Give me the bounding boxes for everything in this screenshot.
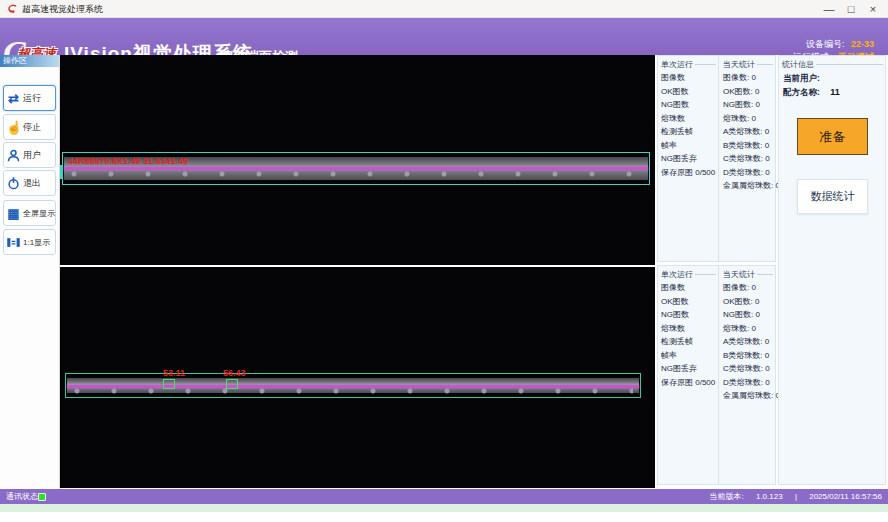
bottom-accent-strip	[0, 504, 888, 512]
stat-row: NG图数	[658, 308, 718, 322]
comm-status-label: 通讯状态:	[6, 489, 40, 504]
measurement-annotation: 44R88579.8X1.49 31.5341.49	[68, 156, 188, 166]
daily-stats-header: 当天统计	[720, 56, 775, 71]
stat-row: 熔珠数: 0	[720, 112, 775, 126]
minimize-button[interactable]: —	[818, 1, 840, 17]
stat-row: C类熔珠数: 0	[720, 362, 775, 376]
outer-camera-viewport: 44R88579.8X1.49 31.5341.49	[60, 55, 655, 265]
inner-camera-viewport: 53.11 56.43	[60, 267, 655, 488]
version-label: 当前版本:	[709, 492, 743, 501]
stat-row: B类熔珠数: 0	[720, 349, 775, 363]
stat-row: D类熔珠数: 0	[720, 376, 775, 390]
app-header: C 超高速 IVision视觉处理系统 熔珠端面检测 配方 设置 外侧相机 内侧…	[0, 18, 888, 55]
stat-row: 保存原图 0/500	[658, 376, 718, 390]
stat-row: OK图数: 0	[720, 85, 775, 99]
stat-row: OK图数	[658, 295, 718, 309]
stats-panel-inner: 单次运行 图像数OK图数NG图数熔珠数检测丢帧帧率NG图丢弃保存原图 0/500…	[657, 265, 776, 485]
maximize-button[interactable]: □	[840, 1, 862, 17]
stat-row: 检测丢帧	[658, 125, 718, 139]
ready-button[interactable]: 准备	[797, 118, 868, 155]
defect-box	[163, 379, 175, 389]
data-statistics-button[interactable]: 数据统计	[797, 179, 868, 214]
status-bar-right: 当前版本: 1.0.123 | 2025/02/11 16:57:56	[699, 489, 882, 504]
user-button[interactable]: 用户	[3, 142, 56, 168]
close-button[interactable]: ×	[862, 1, 884, 17]
run-button[interactable]: ⇄ 运行	[3, 85, 56, 111]
stat-row: NG图数	[658, 98, 718, 112]
info-panel: 统计信息 当前用户: 配方名称: 11 准备 数据统计	[778, 55, 886, 485]
os-titlebar: 超高速视觉处理系统 — □ ×	[0, 0, 888, 18]
app-icon	[7, 3, 18, 14]
stat-row: 熔珠数: 0	[720, 322, 775, 336]
single-run-column: 单次运行 图像数OK图数NG图数熔珠数检测丢帧帧率NG图丢弃保存原图 0/500	[658, 266, 719, 484]
recipe-name-label: 配方名称:	[783, 87, 820, 97]
measurement-annotation: 56.43	[223, 368, 246, 378]
stat-row: 保存原图 0/500	[658, 166, 718, 180]
run-icon: ⇄	[6, 92, 21, 105]
operation-sidebar: 操作区 ⇄ 运行 ☝ 停止 用户 退出 ▦ 全屏显示	[0, 55, 60, 489]
single-run-header: 单次运行	[658, 266, 718, 281]
stats-panel-outer: 单次运行 图像数OK图数NG图数熔珠数检测丢帧帧率NG图丢弃保存原图 0/500…	[657, 55, 776, 262]
stop-hand-icon: ☝	[6, 121, 21, 134]
daily-stats-header: 当天统计	[720, 266, 775, 281]
app-window: 超高速视觉处理系统 — □ × C 超高速 IVision视觉处理系统 熔珠端面…	[0, 0, 888, 522]
status-bar: 通讯状态: 当前版本: 1.0.123 | 2025/02/11 16:57:5…	[0, 489, 888, 504]
comm-status-indicator	[38, 493, 46, 501]
stat-row: NG图数: 0	[720, 308, 775, 322]
current-user-row: 当前用户:	[779, 71, 885, 85]
detection-roi-box	[65, 373, 641, 398]
info-panel-header: 统计信息	[779, 56, 885, 71]
stat-row: D类熔珠数: 0	[720, 166, 775, 180]
stat-row: 帧率	[658, 349, 718, 363]
stat-row: 熔珠数	[658, 112, 718, 126]
recipe-row: 配方名称: 11	[779, 85, 885, 99]
stat-row: OK图数	[658, 85, 718, 99]
daily-stats-column: 当天统计 图像数: 0OK图数: 0NG图数: 0熔珠数: 0A类熔珠数: 0B…	[720, 56, 775, 261]
stat-row: B类熔珠数: 0	[720, 139, 775, 153]
defect-box	[226, 379, 238, 389]
single-run-header: 单次运行	[658, 56, 718, 71]
current-user-label: 当前用户:	[783, 73, 820, 83]
power-icon	[6, 176, 21, 191]
bead-marks	[73, 387, 633, 395]
edge-marker	[60, 165, 63, 179]
stat-row: 图像数	[658, 71, 718, 85]
recipe-name-value: 11	[830, 87, 840, 97]
user-icon	[6, 148, 21, 163]
measurement-annotation: 53.11	[163, 368, 185, 378]
fullscreen-button[interactable]: ▦ 全屏显示	[3, 200, 56, 226]
version-value: 1.0.123	[756, 492, 783, 501]
stat-row: OK图数: 0	[720, 295, 775, 309]
stat-row: A类熔珠数: 0	[720, 335, 775, 349]
window-title: 超高速视觉处理系统	[22, 3, 103, 16]
stat-row: 检测丢帧	[658, 335, 718, 349]
fullscreen-grid-icon: ▦	[6, 207, 21, 220]
stat-row: C类熔珠数: 0	[720, 152, 775, 166]
stat-row: A类熔珠数: 0	[720, 125, 775, 139]
exit-button[interactable]: 退出	[3, 170, 56, 196]
sidebar-header: 操作区	[0, 55, 59, 67]
device-number-value: 22-33	[851, 39, 874, 49]
stat-row: NG图丢弃	[658, 152, 718, 166]
status-separator: |	[795, 492, 797, 501]
stat-row: 图像数: 0	[720, 281, 775, 295]
single-run-column: 单次运行 图像数OK图数NG图数熔珠数检测丢帧帧率NG图丢弃保存原图 0/500	[658, 56, 719, 261]
stat-row: 图像数	[658, 281, 718, 295]
stat-row: 金属屑熔珠数: 0	[720, 179, 775, 193]
bead-marks	[70, 170, 642, 178]
daily-stats-column: 当天统计 图像数: 0OK图数: 0NG图数: 0熔珠数: 0A类熔珠数: 0B…	[720, 266, 775, 484]
stop-button[interactable]: ☝ 停止	[3, 114, 56, 140]
one-to-one-button[interactable]: 1:1显示	[3, 229, 56, 255]
stat-row: NG图数: 0	[720, 98, 775, 112]
datetime-value: 2025/02/11 16:57:56	[809, 492, 882, 501]
one-to-one-icon	[6, 235, 21, 250]
stat-row: 金属屑熔珠数: 0	[720, 389, 775, 403]
stat-row: NG图丢弃	[658, 362, 718, 376]
device-number-label: 设备编号:	[806, 39, 845, 49]
stat-row: 图像数: 0	[720, 71, 775, 85]
weld-strip-image	[67, 378, 639, 393]
stat-row: 熔珠数	[658, 322, 718, 336]
stat-row: 帧率	[658, 139, 718, 153]
